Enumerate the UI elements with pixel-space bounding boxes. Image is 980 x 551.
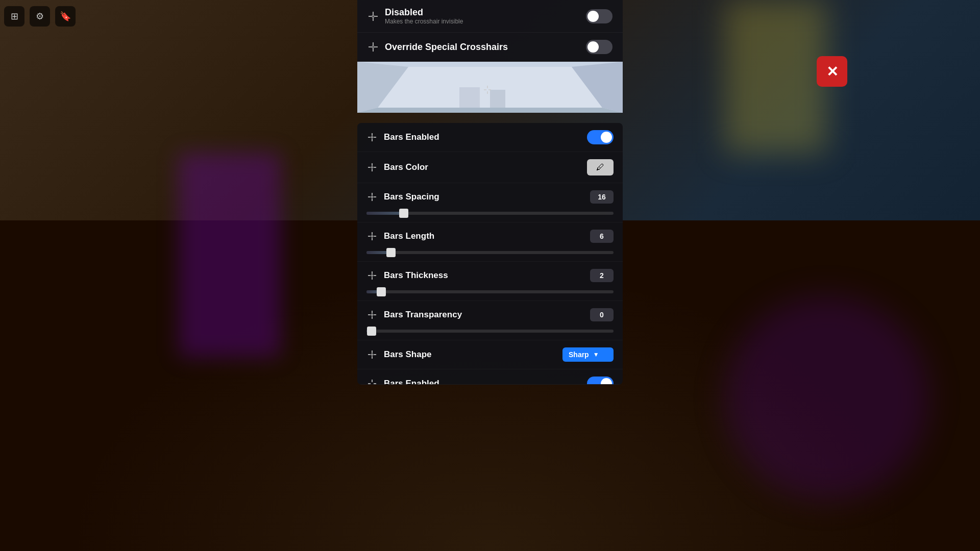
bars-length-thumb[interactable] — [386, 248, 396, 257]
bars-enabled-icon — [366, 132, 378, 142]
bars-thickness-item: Bars Thickness 2 — [357, 262, 623, 301]
bars-transparency-value: 0 — [590, 308, 614, 321]
svg-point-35 — [372, 196, 373, 198]
svg-point-50 — [372, 314, 373, 316]
bars-length-label: Bars Length — [384, 231, 584, 241]
bars-length-value: 6 — [590, 230, 614, 243]
bars-extra-header: Bars Enabled — [357, 369, 623, 385]
bars-thickness-header: Bars Thickness 2 — [357, 262, 623, 289]
bars-thickness-slider-container — [357, 290, 623, 300]
disabled-toggle-knob — [587, 11, 599, 22]
svg-point-4 — [372, 15, 374, 17]
bars-spacing-thumb[interactable] — [399, 209, 408, 218]
bars-spacing-track[interactable] — [366, 212, 614, 215]
bars-spacing-label: Bars Spacing — [384, 192, 584, 202]
settings-icon[interactable]: ⚙ — [30, 6, 50, 27]
bars-length-header: Bars Length 6 — [357, 222, 623, 250]
close-icon: ✕ — [826, 63, 838, 80]
bars-thickness-label: Bars Thickness — [384, 270, 584, 281]
crosshair-preview — [357, 62, 623, 113]
bars-color-picker[interactable]: 🖊 — [587, 159, 614, 176]
crosshair-icon-disabled — [368, 11, 379, 22]
bars-color-header: Bars Color 🖊 — [357, 152, 623, 183]
bars-transparency-slider-container — [357, 330, 623, 340]
panel-gap — [357, 113, 623, 123]
bars-thickness-value: 2 — [590, 269, 614, 282]
bars-extra-label: Bars Enabled — [384, 379, 581, 385]
bars-color-item: Bars Color 🖊 — [357, 152, 623, 183]
disabled-subtitle: Makes the crosshair invisible — [385, 18, 580, 25]
override-toggle-knob — [587, 41, 599, 53]
bars-color-icon — [366, 162, 378, 172]
svg-point-30 — [372, 167, 373, 168]
disabled-row: Disabled Makes the crosshair invisible — [357, 0, 623, 33]
bars-transparency-icon — [366, 310, 378, 320]
bars-enabled-toggle[interactable] — [587, 130, 614, 144]
bars-transparency-thumb[interactable] — [367, 327, 376, 336]
bars-enabled-knob — [601, 132, 612, 143]
top-icon-bar: ⊞ ⚙ 🔖 — [4, 6, 76, 27]
bars-shape-item: Bars Shape Sharp ▼ — [357, 340, 623, 369]
disabled-toggle[interactable] — [586, 9, 612, 23]
preview-image — [357, 62, 623, 113]
override-title: Override Special Crosshairs — [385, 42, 580, 53]
bg-purple-accent — [179, 153, 281, 357]
svg-point-9 — [372, 46, 374, 48]
bars-spacing-value: 16 — [590, 190, 614, 204]
bars-extra-toggle[interactable] — [587, 377, 614, 385]
bars-shape-icon — [366, 349, 378, 360]
bars-transparency-item: Bars Transparency 0 — [357, 301, 623, 340]
bars-shape-value: Sharp — [569, 350, 589, 359]
bars-settings-panel: Bars Enabled Bars Color — [357, 123, 623, 385]
bars-extra-item: Bars Enabled — [357, 369, 623, 385]
bars-length-track[interactable] — [366, 251, 614, 254]
bookmark-icon[interactable]: 🔖 — [55, 6, 76, 27]
bars-enabled-item: Bars Enabled — [357, 123, 623, 152]
dropdown-arrow-icon: ▼ — [593, 351, 599, 358]
close-button[interactable]: ✕ — [817, 56, 847, 87]
svg-point-25 — [372, 137, 373, 138]
crosshair-icon-override — [368, 41, 379, 53]
disabled-title: Disabled — [385, 7, 580, 18]
bars-extra-knob — [601, 378, 612, 385]
override-toggle[interactable] — [586, 40, 612, 54]
bars-length-icon — [366, 231, 378, 241]
svg-point-45 — [372, 275, 373, 277]
bars-spacing-icon — [366, 192, 378, 202]
bars-length-item: Bars Length 6 — [357, 222, 623, 262]
svg-rect-15 — [459, 87, 480, 108]
settings-panel-container: Disabled Makes the crosshair invisible O… — [357, 0, 623, 385]
bars-spacing-slider-container — [357, 212, 623, 222]
override-row: Override Special Crosshairs — [357, 33, 623, 62]
layers-icon[interactable]: ⊞ — [4, 6, 24, 27]
bars-thickness-thumb[interactable] — [377, 287, 386, 296]
svg-marker-14 — [357, 108, 623, 113]
bars-thickness-track[interactable] — [366, 290, 614, 293]
bg-yellow-top — [725, 0, 827, 153]
bars-shape-dropdown[interactable]: Sharp ▼ — [562, 347, 614, 362]
bars-spacing-item: Bars Spacing 16 — [357, 183, 623, 222]
svg-rect-16 — [490, 90, 505, 108]
bars-length-slider-container — [357, 251, 623, 261]
bars-color-label: Bars Color — [384, 162, 581, 172]
bars-transparency-track[interactable] — [366, 330, 614, 333]
bars-enabled-label: Bars Enabled — [384, 132, 581, 142]
bars-shape-header: Bars Shape Sharp ▼ — [357, 340, 623, 369]
bars-transparency-label: Bars Transparency — [384, 310, 584, 320]
bars-enabled-header: Bars Enabled — [357, 123, 623, 152]
bars-spacing-header: Bars Spacing 16 — [357, 183, 623, 211]
svg-point-55 — [372, 354, 373, 356]
bars-thickness-icon — [366, 270, 378, 281]
bars-shape-label: Bars Shape — [384, 349, 556, 360]
bg-purple-right — [725, 296, 929, 500]
svg-point-40 — [372, 236, 373, 237]
bars-spacing-fill — [366, 212, 404, 215]
bars-transparency-header: Bars Transparency 0 — [357, 301, 623, 329]
bars-extra-icon — [366, 379, 378, 385]
color-picker-icon: 🖊 — [596, 163, 604, 172]
